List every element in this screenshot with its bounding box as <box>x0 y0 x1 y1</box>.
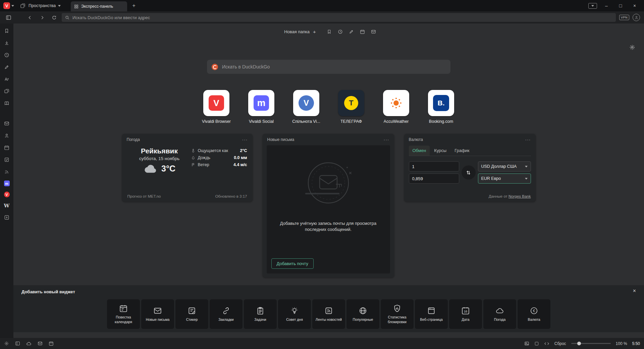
widget-tile-bookmarks[interactable]: Закладки <box>210 299 243 329</box>
profile-avatar[interactable] <box>633 14 640 21</box>
add-widget-panel-title: Добавить новый виджет <box>21 289 75 294</box>
widget-tile-currency[interactable]: € Валюта <box>518 299 550 329</box>
mail-nav-icon[interactable] <box>371 29 376 34</box>
reading-list-panel-icon[interactable] <box>3 100 10 107</box>
vpn-badge[interactable]: VPN <box>619 15 629 20</box>
notes-panel-icon[interactable] <box>3 64 10 70</box>
weather-temperature: 3°C <box>161 164 175 173</box>
amount-to-input[interactable] <box>409 173 459 184</box>
zoom-slider-handle[interactable] <box>577 342 581 345</box>
capture-page-icon[interactable] <box>524 341 529 346</box>
windows-panel-icon[interactable] <box>3 88 10 95</box>
close-window-button[interactable]: × <box>630 3 639 8</box>
settings-gear-icon[interactable] <box>4 341 9 346</box>
translate-panel-icon[interactable] <box>3 76 10 83</box>
currency-tabs: Обмен Курсы График <box>409 146 531 156</box>
notes-nav-icon[interactable] <box>349 29 354 34</box>
widget-tile-blocker-stats[interactable]: Статистика блокировки <box>381 299 414 329</box>
widget-tile-tasks[interactable]: Задачи <box>244 299 277 329</box>
currency-from-select[interactable]: USD Доллар США <box>478 161 531 171</box>
currency-widget-title: Валюта <box>409 137 423 142</box>
tiling-icon[interactable] <box>534 341 539 346</box>
widget-tile-news-feeds[interactable]: Ленты новостей <box>312 299 345 329</box>
new-folder-button[interactable]: Новая папка + <box>281 28 319 36</box>
history-panel-icon[interactable] <box>3 52 10 58</box>
dial-label: AccuWeather <box>384 119 409 124</box>
sticker-icon <box>187 306 196 315</box>
back-button[interactable] <box>25 13 34 22</box>
swap-currencies-button[interactable] <box>462 165 476 180</box>
title-bar: V Пространства Экспресс-панель + – □ <box>0 0 644 11</box>
dial-accuweather[interactable]: AccuWeather <box>378 90 414 124</box>
mail-widget-title: Новые письма <box>267 137 294 142</box>
maximize-button[interactable]: □ <box>616 3 625 8</box>
tab-rates[interactable]: Курсы <box>430 146 450 156</box>
add-web-panel-icon[interactable] <box>3 214 10 221</box>
mastodon-web-panel-icon[interactable]: m <box>4 181 10 186</box>
currency-to-select[interactable]: EUR Евро <box>478 173 531 184</box>
dial-vivaldi-browser[interactable]: V Vivaldi Browser <box>199 90 234 124</box>
widget-tile-new-mail[interactable]: Новые письма <box>141 299 174 329</box>
tab-exchange[interactable]: Обмен <box>409 146 430 156</box>
feeds-panel-icon[interactable] <box>3 168 10 175</box>
panel-toggle-button[interactable] <box>4 13 13 22</box>
bookmarks-nav-icon[interactable] <box>327 29 332 34</box>
widget-tile-date[interactable]: 16 Дата <box>449 299 482 329</box>
tab-graph[interactable]: График <box>451 146 473 156</box>
tab-tiling-button[interactable] <box>588 3 597 9</box>
new-tab-button[interactable]: + <box>129 3 139 9</box>
sync-cloud-icon[interactable] <box>26 341 32 346</box>
speed-dial-favicon <box>74 4 78 9</box>
contacts-panel-icon[interactable] <box>3 132 10 139</box>
start-page-search-field[interactable]: Искать в DuckDuckGo <box>207 60 450 74</box>
calendar-panel-icon[interactable] <box>3 144 10 151</box>
tab-speed-dial[interactable]: Экспресс-панель <box>71 1 127 11</box>
vivaldi-web-panel-icon[interactable]: V <box>4 192 10 197</box>
mastodon-icon: m <box>254 95 269 111</box>
calendar-nav-icon[interactable] <box>360 29 365 34</box>
calendar-status-icon[interactable] <box>49 341 54 346</box>
reload-button[interactable] <box>50 13 58 22</box>
history-nav-icon[interactable] <box>338 29 343 34</box>
mail-panel-icon[interactable] <box>3 120 10 127</box>
dial-booking[interactable]: B. Booking.com <box>423 90 459 124</box>
widget-tile-webpage[interactable]: Веб-страница <box>415 299 448 329</box>
widget-tile-calendar-agenda[interactable]: Повестка календаря <box>107 299 140 329</box>
weather-detail-value: 0.0 мм <box>234 155 247 160</box>
downloads-panel-icon[interactable] <box>3 40 10 46</box>
weather-feels-like-row: Ощущается как 2°C <box>191 148 247 153</box>
bookmarks-panel-icon[interactable] <box>3 28 10 34</box>
spaces-button[interactable]: Пространства <box>16 2 64 9</box>
forward-button[interactable] <box>38 13 46 22</box>
tasks-panel-icon[interactable] <box>3 156 10 163</box>
mail-status-icon[interactable] <box>38 341 43 346</box>
dial-telegraf[interactable]: Т ТЕЛЕГРАФ <box>333 90 369 124</box>
close-panel-icon[interactable]: × <box>633 288 636 294</box>
dial-vivaldi-community[interactable]: V Спільнота Vi... <box>288 90 324 124</box>
vivaldi-menu-button[interactable]: V <box>3 2 14 9</box>
zoom-slider[interactable] <box>571 343 611 344</box>
address-bar[interactable]: Искать DuckDuckGo или ввести адрес <box>62 13 616 22</box>
zoom-level: 100 % <box>616 341 627 346</box>
widget-tile-tip-of-day[interactable]: Совет дня <box>278 299 311 329</box>
minimize-button[interactable]: – <box>602 3 611 8</box>
wikipedia-web-panel-icon[interactable]: W <box>4 203 10 209</box>
widget-tile-weather[interactable]: Погода <box>483 299 516 329</box>
page-actions-icon[interactable] <box>544 341 549 346</box>
norges-bank-link[interactable]: Norges Bank <box>508 194 531 198</box>
panel-toggle-icon[interactable] <box>15 341 20 346</box>
weather-widget-menu-button[interactable]: ··· <box>242 137 248 142</box>
widget-tile-sticker[interactable]: Стикер <box>175 299 208 329</box>
amount-from-input[interactable] <box>409 161 459 171</box>
tile-label: Ленты новостей <box>316 317 342 322</box>
tile-label: Задачи <box>254 317 266 322</box>
navigation-toolbar: Искать DuckDuckGo или ввести адрес VPN <box>0 11 644 23</box>
mail-widget-menu-button[interactable]: ··· <box>384 137 389 142</box>
currency-source: Данные от Norges Bank <box>489 194 531 198</box>
add-mail-account-button[interactable]: Добавить почту <box>271 258 314 269</box>
currency-widget-menu-button[interactable]: ··· <box>525 137 531 142</box>
start-page-settings-gear-icon[interactable] <box>629 44 635 50</box>
dial-vivaldi-social[interactable]: m Vivaldi Social <box>244 90 279 124</box>
widget-tile-popular[interactable]: Популярные <box>346 299 379 329</box>
zoom-reset-button[interactable]: Сброс <box>554 341 566 346</box>
